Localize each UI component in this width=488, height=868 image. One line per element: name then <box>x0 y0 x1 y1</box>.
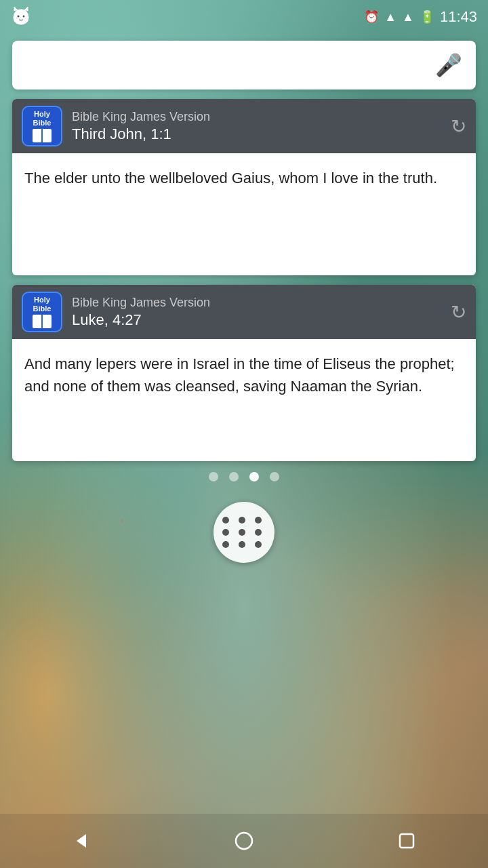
battery-icon: 🔋 <box>420 9 434 24</box>
card2-body: And many lepers were in Israel in the ti… <box>12 339 476 461</box>
svg-rect-4 <box>400 834 413 848</box>
card1-header: Holy Bible Bible King James Version Thir… <box>12 99 476 153</box>
signal-icon: ▲ <box>402 10 414 24</box>
card2-refresh-icon[interactable]: ↻ <box>451 301 466 323</box>
app-drawer-grid-icon <box>222 517 266 548</box>
card1-verse-text: The elder unto the wellbeloved Gaius, wh… <box>24 167 464 189</box>
card1-refresh-icon[interactable]: ↻ <box>451 115 466 138</box>
card2-header: Holy Bible Bible King James Version Luke… <box>12 285 476 339</box>
page-dot-4 <box>270 472 279 481</box>
card1-app-name: Bible King James Version <box>72 110 441 124</box>
card2-title-group: Bible King James Version Luke, 4:27 <box>72 296 441 329</box>
page-dot-3 <box>249 472 259 481</box>
notification-icons <box>11 5 31 28</box>
back-button[interactable] <box>61 821 102 861</box>
bible-card-1: Holy Bible Bible King James Version Thir… <box>12 99 476 275</box>
recents-button[interactable] <box>386 821 427 861</box>
bible-app-icon-2: Holy Bible <box>22 292 62 332</box>
card2-app-name: Bible King James Version <box>72 296 441 310</box>
wifi-icon: ▲ <box>384 10 396 24</box>
page-dot-2 <box>229 472 239 481</box>
search-bar[interactable]: 🎤 <box>12 41 476 90</box>
bible-card-2: Holy Bible Bible King James Version Luke… <box>12 285 476 461</box>
mic-icon[interactable]: 🎤 <box>435 52 462 78</box>
app-drawer-button[interactable] <box>214 502 274 563</box>
status-bar: ⏰ ▲ ▲ 🔋 11:43 <box>0 0 488 34</box>
bible-book-graphic-1 <box>33 129 52 142</box>
status-icons: ⏰ ▲ ▲ 🔋 11:43 <box>364 8 477 26</box>
card1-verse-ref: Third John, 1:1 <box>72 125 441 143</box>
back-icon <box>71 831 92 851</box>
card1-body: The elder unto the wellbeloved Gaius, wh… <box>12 153 476 275</box>
card1-title-group: Bible King James Version Third John, 1:1 <box>72 110 441 143</box>
home-button[interactable] <box>224 821 264 861</box>
bible-book-graphic-2 <box>33 315 52 328</box>
clock-icon: ⏰ <box>364 9 379 24</box>
svg-point-3 <box>236 833 252 849</box>
bible-app-icon-1: Holy Bible <box>22 106 62 146</box>
svg-point-1 <box>23 16 25 18</box>
page-indicators <box>0 472 488 481</box>
svg-marker-2 <box>77 834 86 848</box>
home-icon <box>234 831 254 851</box>
page-dot-1 <box>209 472 218 481</box>
time-display: 11:43 <box>440 8 477 26</box>
card2-verse-ref: Luke, 4:27 <box>72 311 441 329</box>
nav-bar <box>0 814 488 868</box>
recents-icon <box>396 831 417 851</box>
svg-point-0 <box>18 16 20 18</box>
card2-verse-text: And many lepers were in Israel in the ti… <box>24 353 464 397</box>
cat-icon <box>11 5 31 26</box>
